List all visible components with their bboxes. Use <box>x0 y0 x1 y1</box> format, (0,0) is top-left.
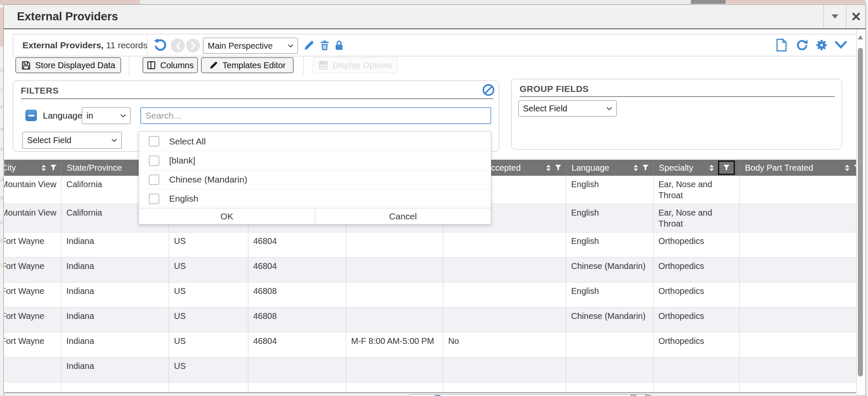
table-cell: Chinese (Mandarin) <box>566 258 653 282</box>
table-cell: Indiana <box>61 258 169 282</box>
table-cell <box>653 357 739 382</box>
chevron-down-icon <box>111 138 117 142</box>
templates-editor-label: Templates Editor <box>223 61 286 70</box>
checkbox[interactable] <box>149 174 159 185</box>
table-row[interactable]: Fort WayneIndianaUS46804EnglishOrthopedi… <box>4 233 857 258</box>
table-cell: 46808 <box>248 282 346 307</box>
dropdown-option-label: Select All <box>169 136 206 147</box>
group-fields-panel: GROUP FIELDS Select Field <box>511 79 842 150</box>
column-header[interactable]: Specialty <box>653 160 739 176</box>
filter-operator-value: in <box>86 111 93 121</box>
new-record-button[interactable] <box>776 39 787 53</box>
remove-filter-button[interactable] <box>25 110 37 121</box>
checkbox[interactable] <box>149 194 159 204</box>
store-displayed-data-button[interactable]: Store Displayed Data <box>15 57 121 73</box>
filter-search-input[interactable] <box>140 107 491 124</box>
table-row[interactable]: Fort WayneIndianaUS46804M-F 8:00 AM-5:00… <box>4 332 857 357</box>
table-cell: Orthopedics <box>653 233 739 258</box>
columns-button[interactable]: Columns <box>142 57 198 73</box>
table-cell <box>443 233 566 258</box>
table-cell <box>739 307 857 332</box>
table-cell <box>346 258 443 282</box>
dropdown-option[interactable]: Chinese (Mandarin) <box>139 170 491 189</box>
templates-editor-button[interactable]: Templates Editor <box>201 57 294 73</box>
table-row[interactable]: Fort WayneIndianaUS46808Chinese (Mandari… <box>4 307 857 332</box>
table-row[interactable]: IndianaUS <box>4 357 857 382</box>
table-cell: English <box>566 176 653 204</box>
add-filter-field-select[interactable]: Select Field <box>22 132 122 149</box>
table-cell: 46808 <box>248 307 346 332</box>
sort-icon <box>42 165 46 171</box>
table-cell: Ear, Nose and Throat <box>653 176 739 204</box>
table-cell: Orthopedics <box>653 282 739 307</box>
column-filter-button[interactable] <box>555 164 562 171</box>
display-options-label: Display Options <box>333 61 392 70</box>
ban-icon <box>482 83 495 97</box>
undo-button[interactable] <box>153 38 167 54</box>
delete-perspective-button[interactable] <box>319 39 330 53</box>
table-cell: Mountain View <box>4 176 61 204</box>
trash-icon <box>319 39 330 51</box>
column-header[interactable]: Language <box>566 160 653 176</box>
previous-perspective-button[interactable] <box>171 39 185 53</box>
columns-label: Columns <box>160 61 194 70</box>
column-filter-button-focused[interactable] <box>718 161 735 175</box>
table-row[interactable]: Fort WayneIndianaUS46804Chinese (Mandari… <box>4 258 857 282</box>
vertical-scrollbar[interactable] <box>856 29 864 393</box>
checkbox[interactable] <box>149 136 159 147</box>
table-cell <box>739 258 857 282</box>
records-count-label: External Providers, 11 records <box>22 40 147 50</box>
dropdown-option[interactable]: Select All <box>139 132 491 151</box>
filter-operator-select[interactable]: in <box>82 107 131 124</box>
table-cell: US <box>169 258 248 282</box>
table-cell: US <box>169 357 248 382</box>
dropdown-option-label: English <box>169 194 198 204</box>
column-filter-button[interactable] <box>50 164 57 171</box>
table-cell: Indiana <box>61 282 169 307</box>
column-header[interactable]: Body Part Treated <box>739 160 857 176</box>
store-displayed-data-label: Store Displayed Data <box>35 61 115 70</box>
table-cell: Orthopedics <box>653 258 739 282</box>
table-cell <box>4 357 61 382</box>
dialog-menu-button[interactable] <box>823 5 846 28</box>
scroll-up-arrow-icon[interactable] <box>858 35 863 39</box>
clear-filters-button[interactable] <box>482 83 495 98</box>
buttons-divider <box>129 56 129 75</box>
table-cell <box>248 357 346 382</box>
table-cell: US <box>169 233 248 258</box>
table-cell <box>443 357 566 382</box>
refresh-icon <box>796 39 809 52</box>
checkbox[interactable] <box>149 155 159 166</box>
edit-perspective-button[interactable] <box>303 39 315 53</box>
table-cell <box>739 204 857 233</box>
lock-perspective-button[interactable] <box>334 39 345 53</box>
chevron-down-icon <box>835 40 847 50</box>
collapse-toolbar-button[interactable] <box>835 40 847 51</box>
table-cell <box>739 176 857 204</box>
perspective-select[interactable]: Main Perspective <box>203 38 298 54</box>
settings-button[interactable] <box>815 39 828 53</box>
table-cell: Fort Wayne <box>4 282 61 307</box>
group-fields-heading: GROUP FIELDS <box>520 84 589 94</box>
dialog-close-button[interactable] <box>846 5 865 28</box>
dropdown-cancel-button[interactable]: Cancel <box>315 208 491 224</box>
next-perspective-button[interactable] <box>186 39 200 53</box>
table-cell: Orthopedics <box>653 332 739 357</box>
table-cell: No <box>443 332 566 357</box>
filter-funnel-icon <box>723 164 730 171</box>
chevron-down-icon <box>606 107 612 111</box>
column-filter-button[interactable] <box>642 164 649 171</box>
dropdown-option[interactable]: English <box>139 189 491 208</box>
group-field-select[interactable]: Select Field <box>518 100 617 116</box>
table-cell: Chinese (Mandarin) <box>566 307 653 332</box>
table-cell <box>443 258 566 282</box>
dropdown-ok-button[interactable]: OK <box>139 208 315 224</box>
table-row[interactable]: Fort WayneIndianaUS46808EnglishOrthopedi… <box>4 282 857 307</box>
scrollbar-thumb[interactable] <box>858 48 863 377</box>
refresh-button[interactable] <box>796 39 809 53</box>
footer-search-box[interactable] <box>410 394 648 396</box>
filter-funnel-icon <box>50 164 57 171</box>
dropdown-option[interactable]: [blank] <box>139 151 491 170</box>
table-cell <box>566 332 653 357</box>
column-header[interactable]: City <box>4 160 61 176</box>
